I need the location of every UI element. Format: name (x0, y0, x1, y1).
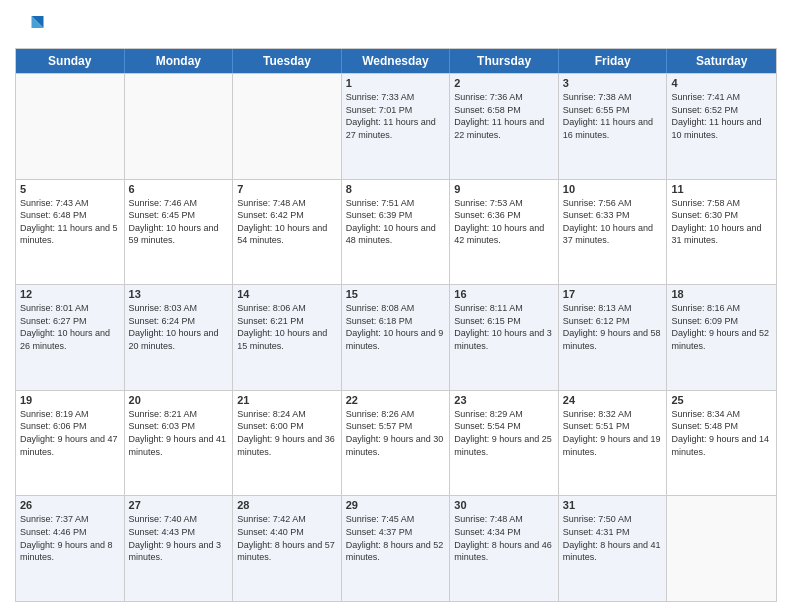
logo-icon (15, 10, 45, 40)
day-info: Sunrise: 7:58 AM Sunset: 6:30 PM Dayligh… (671, 197, 772, 247)
day-number: 19 (20, 394, 120, 406)
day-number: 15 (346, 288, 446, 300)
day-info: Sunrise: 7:38 AM Sunset: 6:55 PM Dayligh… (563, 91, 663, 141)
header-day-friday: Friday (559, 49, 668, 73)
day-number: 1 (346, 77, 446, 89)
header-day-tuesday: Tuesday (233, 49, 342, 73)
calendar-cell: 16Sunrise: 8:11 AM Sunset: 6:15 PM Dayli… (450, 285, 559, 390)
calendar-week-3: 12Sunrise: 8:01 AM Sunset: 6:27 PM Dayli… (16, 284, 776, 390)
calendar-cell: 9Sunrise: 7:53 AM Sunset: 6:36 PM Daylig… (450, 180, 559, 285)
day-number: 9 (454, 183, 554, 195)
calendar-cell: 12Sunrise: 8:01 AM Sunset: 6:27 PM Dayli… (16, 285, 125, 390)
day-info: Sunrise: 7:36 AM Sunset: 6:58 PM Dayligh… (454, 91, 554, 141)
day-number: 3 (563, 77, 663, 89)
day-info: Sunrise: 8:06 AM Sunset: 6:21 PM Dayligh… (237, 302, 337, 352)
day-info: Sunrise: 8:26 AM Sunset: 5:57 PM Dayligh… (346, 408, 446, 458)
day-info: Sunrise: 8:21 AM Sunset: 6:03 PM Dayligh… (129, 408, 229, 458)
day-number: 7 (237, 183, 337, 195)
day-info: Sunrise: 7:40 AM Sunset: 4:43 PM Dayligh… (129, 513, 229, 563)
day-number: 20 (129, 394, 229, 406)
day-number: 17 (563, 288, 663, 300)
day-number: 5 (20, 183, 120, 195)
calendar-cell: 5Sunrise: 7:43 AM Sunset: 6:48 PM Daylig… (16, 180, 125, 285)
calendar-week-1: 1Sunrise: 7:33 AM Sunset: 7:01 PM Daylig… (16, 73, 776, 179)
calendar-cell: 28Sunrise: 7:42 AM Sunset: 4:40 PM Dayli… (233, 496, 342, 601)
calendar-cell: 14Sunrise: 8:06 AM Sunset: 6:21 PM Dayli… (233, 285, 342, 390)
calendar-cell: 22Sunrise: 8:26 AM Sunset: 5:57 PM Dayli… (342, 391, 451, 496)
calendar-cell (16, 74, 125, 179)
day-number: 12 (20, 288, 120, 300)
calendar-cell (125, 74, 234, 179)
calendar-cell: 6Sunrise: 7:46 AM Sunset: 6:45 PM Daylig… (125, 180, 234, 285)
calendar-cell: 8Sunrise: 7:51 AM Sunset: 6:39 PM Daylig… (342, 180, 451, 285)
calendar-week-5: 26Sunrise: 7:37 AM Sunset: 4:46 PM Dayli… (16, 495, 776, 601)
day-number: 10 (563, 183, 663, 195)
day-info: Sunrise: 7:33 AM Sunset: 7:01 PM Dayligh… (346, 91, 446, 141)
day-number: 14 (237, 288, 337, 300)
day-info: Sunrise: 8:01 AM Sunset: 6:27 PM Dayligh… (20, 302, 120, 352)
day-number: 29 (346, 499, 446, 511)
calendar-cell: 21Sunrise: 8:24 AM Sunset: 6:00 PM Dayli… (233, 391, 342, 496)
calendar-cell: 15Sunrise: 8:08 AM Sunset: 6:18 PM Dayli… (342, 285, 451, 390)
day-info: Sunrise: 7:42 AM Sunset: 4:40 PM Dayligh… (237, 513, 337, 563)
calendar-cell: 19Sunrise: 8:19 AM Sunset: 6:06 PM Dayli… (16, 391, 125, 496)
calendar-cell: 26Sunrise: 7:37 AM Sunset: 4:46 PM Dayli… (16, 496, 125, 601)
page: SundayMondayTuesdayWednesdayThursdayFrid… (0, 0, 792, 612)
day-number: 28 (237, 499, 337, 511)
day-number: 13 (129, 288, 229, 300)
day-info: Sunrise: 8:13 AM Sunset: 6:12 PM Dayligh… (563, 302, 663, 352)
day-info: Sunrise: 8:11 AM Sunset: 6:15 PM Dayligh… (454, 302, 554, 352)
calendar-cell: 17Sunrise: 8:13 AM Sunset: 6:12 PM Dayli… (559, 285, 668, 390)
day-number: 21 (237, 394, 337, 406)
day-info: Sunrise: 8:24 AM Sunset: 6:00 PM Dayligh… (237, 408, 337, 458)
day-info: Sunrise: 8:16 AM Sunset: 6:09 PM Dayligh… (671, 302, 772, 352)
logo (15, 10, 49, 40)
calendar-cell: 31Sunrise: 7:50 AM Sunset: 4:31 PM Dayli… (559, 496, 668, 601)
calendar-cell (667, 496, 776, 601)
day-number: 27 (129, 499, 229, 511)
header-day-thursday: Thursday (450, 49, 559, 73)
day-number: 30 (454, 499, 554, 511)
day-info: Sunrise: 8:03 AM Sunset: 6:24 PM Dayligh… (129, 302, 229, 352)
calendar-cell: 18Sunrise: 8:16 AM Sunset: 6:09 PM Dayli… (667, 285, 776, 390)
calendar: SundayMondayTuesdayWednesdayThursdayFrid… (15, 48, 777, 602)
day-info: Sunrise: 7:43 AM Sunset: 6:48 PM Dayligh… (20, 197, 120, 247)
day-number: 4 (671, 77, 772, 89)
day-info: Sunrise: 7:50 AM Sunset: 4:31 PM Dayligh… (563, 513, 663, 563)
day-number: 8 (346, 183, 446, 195)
header-day-wednesday: Wednesday (342, 49, 451, 73)
header-day-saturday: Saturday (667, 49, 776, 73)
day-info: Sunrise: 7:53 AM Sunset: 6:36 PM Dayligh… (454, 197, 554, 247)
calendar-week-2: 5Sunrise: 7:43 AM Sunset: 6:48 PM Daylig… (16, 179, 776, 285)
day-info: Sunrise: 7:48 AM Sunset: 6:42 PM Dayligh… (237, 197, 337, 247)
header (15, 10, 777, 40)
calendar-cell: 13Sunrise: 8:03 AM Sunset: 6:24 PM Dayli… (125, 285, 234, 390)
calendar-cell: 25Sunrise: 8:34 AM Sunset: 5:48 PM Dayli… (667, 391, 776, 496)
day-number: 16 (454, 288, 554, 300)
calendar-cell: 20Sunrise: 8:21 AM Sunset: 6:03 PM Dayli… (125, 391, 234, 496)
day-number: 6 (129, 183, 229, 195)
calendar-cell: 27Sunrise: 7:40 AM Sunset: 4:43 PM Dayli… (125, 496, 234, 601)
day-info: Sunrise: 7:41 AM Sunset: 6:52 PM Dayligh… (671, 91, 772, 141)
calendar-cell: 23Sunrise: 8:29 AM Sunset: 5:54 PM Dayli… (450, 391, 559, 496)
calendar-cell: 24Sunrise: 8:32 AM Sunset: 5:51 PM Dayli… (559, 391, 668, 496)
calendar-cell: 29Sunrise: 7:45 AM Sunset: 4:37 PM Dayli… (342, 496, 451, 601)
day-info: Sunrise: 7:56 AM Sunset: 6:33 PM Dayligh… (563, 197, 663, 247)
day-number: 24 (563, 394, 663, 406)
day-info: Sunrise: 8:19 AM Sunset: 6:06 PM Dayligh… (20, 408, 120, 458)
header-day-monday: Monday (125, 49, 234, 73)
day-info: Sunrise: 7:37 AM Sunset: 4:46 PM Dayligh… (20, 513, 120, 563)
calendar-body: 1Sunrise: 7:33 AM Sunset: 7:01 PM Daylig… (16, 73, 776, 601)
day-info: Sunrise: 7:51 AM Sunset: 6:39 PM Dayligh… (346, 197, 446, 247)
calendar-cell: 11Sunrise: 7:58 AM Sunset: 6:30 PM Dayli… (667, 180, 776, 285)
day-number: 18 (671, 288, 772, 300)
calendar-cell: 2Sunrise: 7:36 AM Sunset: 6:58 PM Daylig… (450, 74, 559, 179)
calendar-cell: 4Sunrise: 7:41 AM Sunset: 6:52 PM Daylig… (667, 74, 776, 179)
day-info: Sunrise: 7:48 AM Sunset: 4:34 PM Dayligh… (454, 513, 554, 563)
day-info: Sunrise: 7:46 AM Sunset: 6:45 PM Dayligh… (129, 197, 229, 247)
calendar-week-4: 19Sunrise: 8:19 AM Sunset: 6:06 PM Dayli… (16, 390, 776, 496)
calendar-cell: 1Sunrise: 7:33 AM Sunset: 7:01 PM Daylig… (342, 74, 451, 179)
calendar-cell: 7Sunrise: 7:48 AM Sunset: 6:42 PM Daylig… (233, 180, 342, 285)
day-number: 11 (671, 183, 772, 195)
day-number: 31 (563, 499, 663, 511)
